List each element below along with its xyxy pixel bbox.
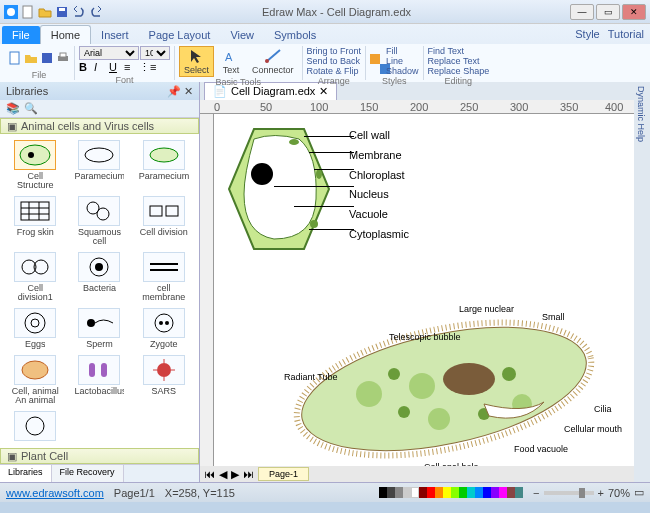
bold-icon[interactable]: B	[79, 61, 93, 75]
save-icon[interactable]	[40, 51, 54, 65]
font-name-select[interactable]: Arial	[79, 46, 139, 60]
search-icon[interactable]: 🔍	[24, 102, 38, 116]
shadow-button[interactable]: Shadow	[386, 66, 419, 76]
new-icon[interactable]	[8, 51, 22, 65]
shape-cell-structure[interactable]: Cell Structure	[4, 138, 66, 192]
color-palette[interactable]	[379, 487, 523, 498]
tutorial-link[interactable]: Tutorial	[608, 28, 644, 40]
italic-icon[interactable]: I	[94, 61, 108, 75]
fill-button[interactable]: Fill	[386, 46, 419, 56]
theme-icon[interactable]	[370, 54, 384, 68]
category-animal-cells[interactable]: ▣ Animal cells and Virus cells	[0, 118, 199, 134]
shape-sperm[interactable]: Sperm	[68, 306, 130, 351]
group-basic-tools: Select AText Connector Basic Tools	[175, 46, 303, 80]
shape-cell-division[interactable]: Cell division	[133, 194, 195, 248]
shape-lactobacillus[interactable]: Lactobacillus	[68, 353, 130, 407]
shape-bacteria[interactable]: Bacteria	[68, 250, 130, 304]
zoom-slider[interactable]	[544, 491, 594, 495]
zoom-out-icon[interactable]: −	[533, 487, 539, 499]
title-bar: Edraw Max - Cell Diagram.edx — ▭ ✕	[0, 0, 650, 24]
tab-file[interactable]: File	[2, 26, 40, 44]
group-editing: Find Text Replace Text Replace Shape Edi…	[424, 46, 494, 80]
svg-point-15	[85, 148, 113, 162]
shape-paramecium[interactable]: Paramecium	[68, 138, 130, 192]
text-tool[interactable]: AText	[216, 47, 246, 76]
style-link[interactable]: Style	[575, 28, 599, 40]
tab-page-layout[interactable]: Page Layout	[139, 26, 221, 44]
close-tab-icon[interactable]: ✕	[319, 85, 328, 98]
underline-icon[interactable]: U	[109, 61, 123, 75]
shape-membrane[interactable]: cell membrane	[133, 250, 195, 304]
tab-symbols[interactable]: Symbols	[264, 26, 326, 44]
connector-tool[interactable]: Connector	[248, 47, 298, 76]
page-nav-next[interactable]: ▶	[231, 468, 239, 481]
shape-squamous[interactable]: Squamous cell	[68, 194, 130, 248]
new-icon[interactable]	[21, 5, 35, 19]
library-menu-icon[interactable]: 📚▾	[6, 102, 20, 116]
svg-point-35	[157, 363, 171, 377]
zoom-in-icon[interactable]: +	[598, 487, 604, 499]
tab-home[interactable]: Home	[40, 25, 91, 44]
fit-page-icon[interactable]: ▭	[634, 486, 644, 499]
select-tool[interactable]: Select	[179, 46, 214, 77]
category-plant-cell[interactable]: ▣ Plant Cell	[0, 448, 199, 464]
horizontal-ruler: 050100150200250300350400	[200, 100, 634, 114]
sidebar-tab-recovery[interactable]: File Recovery	[52, 465, 124, 482]
svg-point-46	[291, 305, 598, 466]
replace-button[interactable]: Replace Text	[428, 56, 480, 66]
window-title: Edraw Max - Cell Diagram.edx	[103, 6, 570, 18]
tab-view[interactable]: View	[220, 26, 264, 44]
shape-cell-animal[interactable]: Cell, animal An animal	[4, 353, 66, 407]
align-icon[interactable]: ≡	[124, 61, 138, 75]
svg-point-13	[20, 145, 50, 165]
rotate-flip-button[interactable]: Rotate & Flip	[307, 66, 359, 76]
ribbon-tabs: File Home Insert Page Layout View Symbol…	[0, 24, 650, 44]
svg-point-48	[443, 363, 495, 395]
shape-paramecium-2[interactable]: Paramecium	[133, 138, 195, 192]
bullets-icon[interactable]: ⋮≡	[139, 61, 153, 75]
zoom-control: − + 70% ▭	[533, 486, 644, 499]
shape-cell-division1[interactable]: Cell division1	[4, 250, 66, 304]
svg-point-19	[97, 208, 109, 220]
drawing-page[interactable]: Cell wall Membrane Chloroplast Nucleus V…	[214, 114, 634, 466]
sidebar-tab-libraries[interactable]: Libraries	[0, 465, 52, 482]
svg-point-49	[502, 367, 516, 381]
page-nav-last[interactable]: ⏭	[243, 468, 254, 480]
open-icon[interactable]	[24, 51, 38, 65]
shape-eggs[interactable]: Eggs	[4, 306, 66, 351]
open-icon[interactable]	[38, 5, 52, 19]
line-button[interactable]: Line	[386, 56, 419, 66]
svg-point-40	[26, 417, 44, 435]
shape-extra[interactable]	[4, 409, 66, 445]
svg-point-51	[409, 373, 435, 399]
shape-sars[interactable]: SARS	[133, 353, 195, 407]
redo-icon[interactable]	[89, 5, 103, 19]
print-icon[interactable]	[56, 51, 70, 65]
save-icon[interactable]	[55, 5, 69, 19]
plant-cell-diagram[interactable]	[224, 124, 334, 254]
undo-icon[interactable]	[72, 5, 86, 19]
font-size-select[interactable]: 10	[140, 46, 170, 60]
minimize-button[interactable]: —	[570, 4, 594, 20]
find-button[interactable]: Find Text	[428, 46, 464, 56]
replace-shape-button[interactable]: Replace Shape	[428, 66, 490, 76]
svg-point-30	[159, 321, 163, 325]
svg-point-54	[388, 368, 400, 380]
website-link[interactable]: www.edrawsoft.com	[6, 487, 104, 499]
maximize-button[interactable]: ▭	[596, 4, 620, 20]
close-button[interactable]: ✕	[622, 4, 646, 20]
send-back-button[interactable]: Send to Back	[307, 56, 361, 66]
svg-point-14	[28, 152, 34, 158]
shape-zygote[interactable]: Zygote	[133, 306, 195, 351]
shape-frog-skin[interactable]: Frog skin	[4, 194, 66, 248]
page-nav-first[interactable]: ⏮	[204, 468, 215, 480]
svg-rect-6	[42, 53, 52, 63]
page-tab-1[interactable]: Page-1	[258, 467, 309, 481]
tab-insert[interactable]: Insert	[91, 26, 139, 44]
svg-point-26	[25, 313, 45, 333]
dynamic-help-tab[interactable]: Dynamic Help	[634, 82, 650, 482]
page-nav-prev[interactable]: ◀	[219, 468, 227, 481]
canvas-area: 📄 Cell Diagram.edx ✕ 0501001502002503003…	[200, 82, 634, 482]
svg-rect-33	[89, 363, 95, 377]
bring-front-button[interactable]: Bring to Front	[307, 46, 362, 56]
